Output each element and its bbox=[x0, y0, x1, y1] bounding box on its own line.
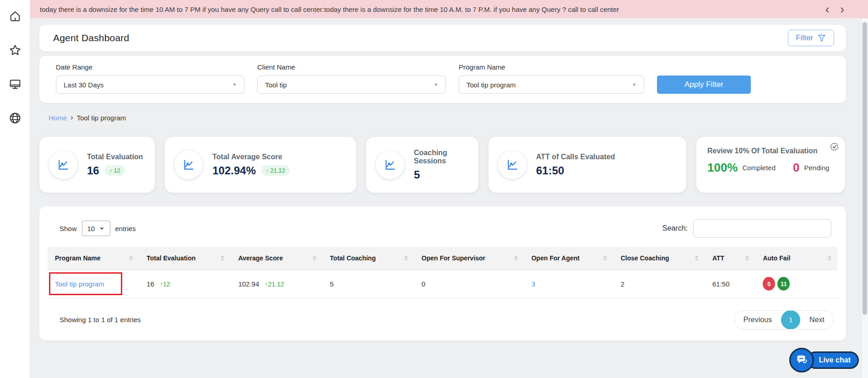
chevron-down-icon: ⌄ bbox=[99, 225, 105, 229]
stat-card-total-evaluation: Total Evaluation 16 ↑ 12 bbox=[39, 137, 155, 193]
page-size-select[interactable]: 10 ⌄ bbox=[82, 221, 110, 236]
page-size-value: 10 bbox=[87, 225, 95, 232]
breadcrumb-separator: › bbox=[71, 113, 73, 122]
average-score-value: 102.94 bbox=[238, 280, 259, 288]
stat-card-title: ATT of Calls Evaluated bbox=[536, 153, 615, 161]
line-chart-icon bbox=[384, 158, 396, 171]
programs-table: Program Name Total Evaluation Average Sc… bbox=[48, 247, 838, 298]
program-name-value: Tool tip program bbox=[467, 81, 516, 89]
star-icon bbox=[9, 44, 22, 57]
filter-button-label: Filter bbox=[796, 33, 813, 43]
auto-fail-badges: 5 11 bbox=[763, 277, 830, 291]
entries-label: entries bbox=[115, 225, 136, 232]
stat-card-title: Total Average Score bbox=[212, 153, 290, 161]
sort-icon bbox=[603, 255, 607, 261]
live-chat-label: Live chat bbox=[807, 351, 859, 369]
col-open-for-supervisor[interactable]: Open For Supervisor bbox=[414, 247, 524, 270]
monitor-icon bbox=[9, 78, 22, 91]
sort-icon bbox=[129, 255, 133, 261]
completed-percent: 100% bbox=[707, 161, 738, 175]
page-title: Agent Dashboard bbox=[53, 32, 129, 43]
completed-label: Completed bbox=[743, 164, 776, 172]
sort-icon bbox=[221, 255, 224, 261]
announcement-text: today there is a downsize for the time 1… bbox=[40, 5, 818, 13]
scrollbar-thumb[interactable] bbox=[863, 22, 867, 315]
page-number-button[interactable]: 1 bbox=[781, 310, 800, 329]
col-total-evaluation[interactable]: Total Evaluation bbox=[139, 247, 231, 270]
col-open-for-agent[interactable]: Open For Agent bbox=[524, 247, 613, 270]
clock-check-icon bbox=[830, 142, 839, 151]
caret-down-icon: ▼ bbox=[434, 82, 438, 87]
stat-card-value: 102.94% bbox=[212, 164, 256, 177]
date-range-label: Date Range bbox=[56, 63, 244, 71]
col-att[interactable]: ATT bbox=[705, 247, 755, 270]
search-control: Search: bbox=[662, 219, 831, 238]
filter-button[interactable]: Filter bbox=[788, 30, 834, 46]
announcement-banner: today there is a downsize for the time 1… bbox=[30, 0, 868, 18]
scrollbar-track bbox=[861, 18, 868, 378]
col-average-score[interactable]: Average Score bbox=[231, 247, 322, 270]
pagination: Previous 1 Next bbox=[734, 310, 834, 329]
apply-filter-button[interactable]: Apply Filter bbox=[657, 76, 751, 94]
sidebar-item-globe[interactable] bbox=[6, 109, 24, 127]
stat-card-value: 16 bbox=[87, 164, 99, 177]
page-size-control: Show 10 ⌄ entries bbox=[60, 221, 136, 236]
stat-card-title: Total Evaluation bbox=[87, 153, 143, 161]
program-name-field: Program Name Tool tip program ▼ bbox=[459, 63, 644, 94]
program-name-select[interactable]: Tool tip program ▼ bbox=[459, 76, 644, 94]
table-row: Tool tip program 16 ↑12 102.94 ↑21.12 5 bbox=[48, 270, 838, 298]
col-close-coaching[interactable]: Close Coaching bbox=[613, 247, 705, 270]
total-evaluation-value: 16 bbox=[146, 280, 154, 288]
content-area: Agent Dashboard Filter Date Range Last 3… bbox=[30, 18, 868, 340]
banner-prev-icon[interactable]: ‹ bbox=[825, 4, 830, 14]
sort-icon bbox=[404, 255, 408, 261]
stat-card-value: 61:50 bbox=[536, 164, 564, 177]
app-root: today there is a downsize for the time 1… bbox=[0, 0, 868, 378]
chat-bubbles-icon bbox=[795, 353, 808, 367]
next-page-button[interactable]: Next bbox=[800, 316, 834, 324]
funnel-icon bbox=[817, 33, 826, 43]
sort-icon bbox=[828, 255, 831, 261]
att-value: 61:50 bbox=[712, 280, 730, 288]
client-name-label: Client Name bbox=[257, 63, 446, 71]
previous-page-button[interactable]: Previous bbox=[734, 316, 781, 324]
banner-next-icon[interactable]: › bbox=[840, 4, 844, 14]
pending-count: 0 bbox=[793, 161, 799, 175]
stat-card-att-of-calls: ATT of Calls Evaluated 61:50 bbox=[488, 137, 686, 193]
client-name-select[interactable]: Tool tip ▼ bbox=[257, 76, 446, 94]
breadcrumb-home-link[interactable]: Home bbox=[49, 114, 67, 122]
stat-cards-row: Total Evaluation 16 ↑ 12 bbox=[39, 137, 846, 193]
open-for-agent-link[interactable]: 3 bbox=[532, 280, 535, 288]
up-arrow-icon: ↑ bbox=[109, 167, 113, 174]
client-name-field: Client Name Tool tip ▼ bbox=[257, 63, 446, 94]
client-name-value: Tool tip bbox=[265, 81, 287, 89]
col-program-name[interactable]: Program Name bbox=[48, 247, 139, 270]
live-chat-button[interactable]: Live chat bbox=[789, 348, 859, 373]
search-label: Search: bbox=[662, 224, 688, 232]
sidebar-item-home[interactable] bbox=[6, 7, 24, 26]
sidebar-item-monitor[interactable] bbox=[6, 75, 24, 93]
table-header-row: Program Name Total Evaluation Average Sc… bbox=[48, 247, 838, 270]
stat-card-review-evaluation: Review 10% Of Total Evaluation 100% Comp… bbox=[696, 137, 845, 193]
open-for-supervisor-value: 0 bbox=[422, 280, 425, 288]
home-icon bbox=[9, 10, 22, 23]
search-input[interactable] bbox=[693, 219, 831, 238]
breadcrumb-current: Tool tip program bbox=[77, 114, 126, 122]
line-chart-icon bbox=[57, 158, 70, 171]
show-label: Show bbox=[60, 225, 77, 232]
col-auto-fail[interactable]: Auto Fail bbox=[755, 247, 838, 270]
sidebar-item-favorites[interactable] bbox=[6, 41, 24, 59]
caret-down-icon: ▼ bbox=[233, 82, 237, 87]
program-name-link[interactable]: Tool tip program bbox=[55, 280, 104, 288]
banner-nav: ‹ › bbox=[825, 4, 844, 14]
page-header-panel: Agent Dashboard Filter bbox=[39, 25, 846, 51]
date-range-value: Last 30 Days bbox=[64, 81, 104, 89]
total-coaching-value: 5 bbox=[330, 280, 334, 288]
col-total-coaching[interactable]: Total Coaching bbox=[323, 247, 414, 270]
stat-card-title: Review 10% Of Total Evaluation bbox=[707, 147, 836, 155]
date-range-select[interactable]: Last 30 Days ▼ bbox=[56, 76, 244, 94]
sidebar bbox=[0, 0, 30, 378]
stat-card-delta: 12 bbox=[114, 167, 120, 174]
close-coaching-value: 2 bbox=[621, 280, 624, 288]
programs-table-panel: Show 10 ⌄ entries Search: bbox=[39, 206, 846, 340]
